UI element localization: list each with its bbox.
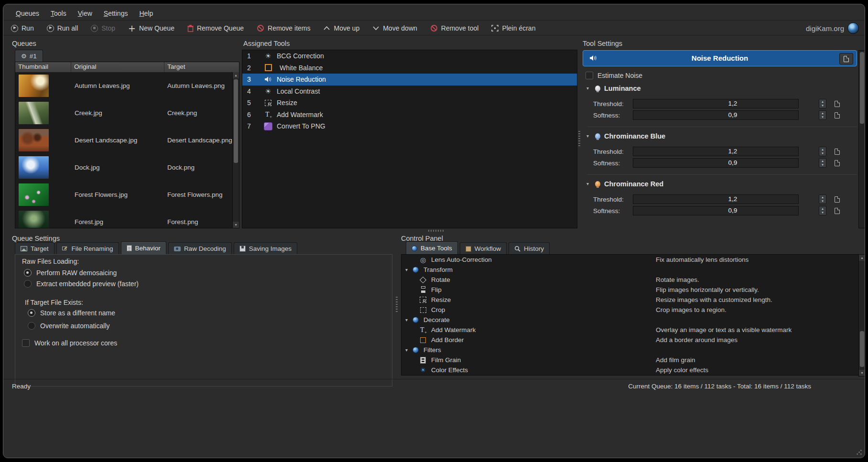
table-row[interactable]: Creek.jpg Creek.png — [15, 99, 239, 127]
tree-group-transform[interactable]: ▾ Transform — [401, 265, 858, 275]
menu-settings[interactable]: Settings — [99, 8, 133, 19]
tree-item-color-effects[interactable]: ☀ Color Effects Apply color effects — [401, 365, 858, 375]
luminance-section-header[interactable]: ▾ Luminance — [586, 85, 641, 92]
list-item[interactable]: 2 White Balance — [242, 62, 577, 74]
move-up-button[interactable]: Move up — [323, 24, 359, 32]
tool-help-button[interactable] — [839, 53, 853, 64]
radio-perform-raw-demosaicing[interactable]: Perform RAW demosaicing — [24, 269, 117, 277]
spinner[interactable]: ▴▾ — [819, 206, 826, 215]
scrollbar-thumb[interactable] — [860, 52, 864, 124]
list-item[interactable]: 4 ☀ Local Contrast — [242, 86, 577, 97]
tree-item-add-watermark[interactable]: T+ Add Watermark Overlay an image or tex… — [401, 325, 858, 335]
radio-icon[interactable] — [28, 322, 35, 330]
tab-target[interactable]: Target — [15, 242, 54, 255]
tab-saving-images[interactable]: Saving Images — [234, 242, 297, 255]
collapse-arrow-icon[interactable]: ▾ — [586, 182, 591, 186]
tree-item-flip[interactable]: Flip Flip images horizontally or vertica… — [401, 285, 858, 295]
expander-icon[interactable]: ▾ — [405, 268, 411, 272]
spinner[interactable]: ▴▾ — [819, 110, 826, 120]
menu-queues[interactable]: Queues — [11, 8, 44, 19]
control-panel-scrollbar[interactable]: ▴ ▾ — [858, 254, 865, 376]
radio-overwrite-automatically[interactable]: Overwrite automatically — [28, 322, 110, 330]
radio-icon[interactable] — [28, 309, 35, 317]
spinner[interactable]: ▴▾ — [819, 158, 826, 168]
collapse-arrow-icon[interactable]: ▾ — [586, 86, 591, 91]
tool-settings-scrollbar[interactable] — [858, 50, 865, 228]
scroll-up-icon[interactable]: ▴ — [859, 255, 865, 261]
checkbox-icon[interactable] — [22, 339, 30, 347]
new-queue-button[interactable]: +New Queue — [128, 24, 174, 33]
estimate-noise-checkbox[interactable] — [586, 72, 593, 79]
table-row[interactable]: Desert Landscape.jpg Desert Landscape.pn… — [15, 127, 239, 154]
radio-store-different-name[interactable]: Store as a different name — [28, 309, 115, 317]
radio-icon[interactable] — [24, 269, 32, 277]
list-item[interactable]: 5 Resize — [242, 97, 577, 109]
spinner[interactable]: ▴▾ — [819, 147, 826, 156]
scroll-up-icon[interactable]: ▴ — [233, 72, 239, 78]
list-item[interactable]: 7 Convert To PNG — [242, 120, 577, 132]
chrominance-blue-section-header[interactable]: ▾ Chrominance Blue — [586, 132, 665, 140]
chrominance-red-section-header[interactable]: ▾ Chrominance Red — [586, 180, 663, 188]
panel-splitter-handle[interactable] — [578, 131, 580, 147]
tree-group-filters[interactable]: ▾ Filters — [401, 345, 858, 355]
threshold-slider[interactable]: 1,2 — [633, 99, 799, 108]
menu-tools[interactable]: Tools — [46, 8, 71, 19]
softness-slider[interactable]: 0,9 — [633, 110, 799, 120]
tab-behavior[interactable]: Behavior — [121, 241, 166, 255]
queue-tab-1[interactable]: ⚙ #1 — [15, 50, 43, 62]
softness-slider[interactable]: 0,9 — [633, 158, 799, 168]
tree-group-decorate[interactable]: ▾ Decorate — [401, 315, 858, 325]
reset-value-icon[interactable] — [835, 208, 840, 214]
tab-base-tools[interactable]: Base Tools — [406, 241, 458, 255]
threshold-slider[interactable]: 1,2 — [633, 194, 799, 204]
horizontal-splitter-handle[interactable] — [428, 230, 445, 232]
tree-item-film-grain[interactable]: Film Grain Add film grain — [401, 355, 858, 365]
table-row[interactable]: Forest.jpg Forest.png — [15, 208, 239, 228]
queue-table-scrollbar[interactable]: ▴ ▾ — [232, 72, 239, 228]
run-all-button[interactable]: Run all — [47, 24, 78, 32]
resize-grip[interactable] — [856, 449, 862, 455]
remove-tool-button[interactable]: Remove tool — [430, 24, 479, 32]
column-target[interactable]: Target — [164, 62, 239, 72]
table-row[interactable]: Forest Flowers.jpg Forest Flowers.png — [15, 181, 239, 208]
checkbox-all-processor-cores[interactable]: Work on all processor cores — [22, 339, 117, 347]
move-down-button[interactable]: Move down — [372, 24, 417, 32]
scrollbar-thumb[interactable] — [234, 79, 238, 163]
tab-raw-decoding[interactable]: Raw Decoding — [168, 242, 232, 255]
tab-history[interactable]: History — [509, 242, 550, 255]
menu-help[interactable]: Help — [134, 8, 158, 19]
tab-file-renaming[interactable]: File Renaming — [56, 242, 119, 255]
spinner[interactable]: ▴▾ — [819, 194, 826, 204]
softness-slider[interactable]: 0,9 — [633, 206, 799, 215]
spinner[interactable]: ▴▾ — [819, 99, 826, 108]
reset-value-icon[interactable] — [835, 101, 840, 107]
reset-value-icon[interactable] — [835, 112, 840, 118]
radio-extract-embedded-preview[interactable]: Extract embedded preview (faster) — [24, 280, 139, 288]
list-item-selected[interactable]: 3 Noise Reduction — [242, 74, 577, 86]
expander-icon[interactable]: ▾ — [405, 318, 411, 322]
tree-item-add-border[interactable]: Add Border Add a border around images — [401, 335, 858, 345]
vertical-splitter-handle[interactable] — [396, 297, 398, 313]
collapse-arrow-icon[interactable]: ▾ — [586, 134, 591, 139]
remove-items-button[interactable]: Remove items — [257, 24, 310, 32]
estimate-noise-option[interactable]: Estimate Noise — [586, 72, 642, 79]
tab-workflow[interactable]: Workflow — [460, 242, 507, 255]
tree-item-crop[interactable]: Crop Crop images to a region. — [401, 305, 858, 315]
tree-item-lens-auto-correction[interactable]: ◎ Lens Auto-Correction Fix automatically… — [401, 255, 858, 265]
scroll-down-icon[interactable]: ▾ — [233, 222, 239, 228]
expander-icon[interactable]: ▾ — [405, 348, 411, 353]
run-button[interactable]: Run — [11, 24, 34, 32]
scroll-down-icon[interactable]: ▾ — [859, 370, 865, 376]
remove-queue-button[interactable]: Remove Queue — [187, 24, 244, 32]
column-original[interactable]: Original — [71, 62, 164, 72]
menu-view[interactable]: View — [73, 8, 97, 19]
reset-value-icon[interactable] — [835, 160, 840, 166]
radio-icon[interactable] — [24, 280, 32, 288]
fullscreen-button[interactable]: Plein écran — [491, 24, 535, 32]
column-thumbnail[interactable]: Thumbnail — [15, 62, 71, 72]
list-item[interactable]: 6 T+ Add Watermark — [242, 109, 577, 121]
reset-value-icon[interactable] — [835, 196, 840, 203]
table-row[interactable]: Autumn Leaves.jpg Autumn Leaves.png — [15, 72, 239, 99]
scrollbar-thumb[interactable] — [860, 331, 864, 367]
list-item[interactable]: 1 ☀ BCG Correction — [242, 50, 577, 62]
